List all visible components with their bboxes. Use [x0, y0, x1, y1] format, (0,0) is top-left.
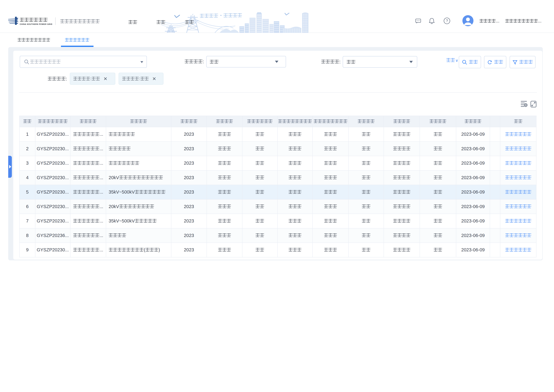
svg-text:?: ?: [446, 19, 448, 23]
